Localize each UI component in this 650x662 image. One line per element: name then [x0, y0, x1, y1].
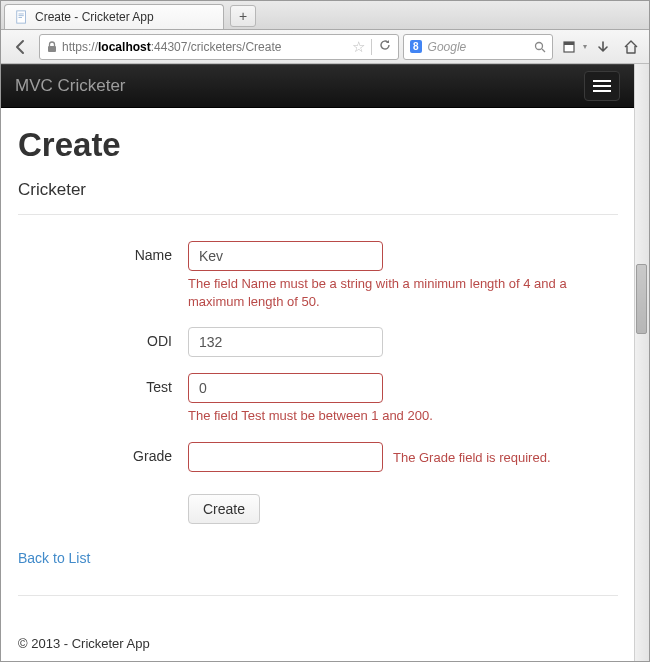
- form-row-test: Test The field Test must be between 1 an…: [18, 373, 618, 425]
- url-text: https://localhost:44307/cricketers/Creat…: [62, 40, 348, 54]
- svg-rect-3: [19, 17, 23, 18]
- chevron-down-icon[interactable]: ▾: [583, 42, 587, 51]
- download-arrow-button[interactable]: [591, 35, 615, 59]
- back-button[interactable]: [7, 34, 35, 60]
- plus-icon: +: [239, 8, 247, 24]
- grade-field[interactable]: [188, 442, 383, 472]
- back-to-list-link[interactable]: Back to List: [18, 550, 90, 566]
- page-favicon: [15, 10, 29, 24]
- reload-button[interactable]: [378, 38, 392, 55]
- form-row-name: Name The field Name must be a string wit…: [18, 241, 618, 311]
- label-grade: Grade: [18, 442, 188, 472]
- footer-text: © 2013 - Cricketer App: [18, 622, 618, 651]
- page-subtitle: Cricketer: [18, 180, 618, 200]
- label-test: Test: [18, 373, 188, 425]
- reload-icon: [378, 38, 392, 52]
- url-bar[interactable]: https://localhost:44307/cricketers/Creat…: [39, 34, 399, 60]
- search-engine-icon: 8: [410, 40, 422, 53]
- page-title: Create: [18, 126, 618, 164]
- page-body: Create Cricketer Name The field Name mus…: [1, 108, 634, 662]
- svg-line-6: [542, 49, 545, 52]
- box-icon: [562, 40, 576, 54]
- label-odi: ODI: [18, 327, 188, 357]
- validation-name: The field Name must be a string with a m…: [188, 275, 588, 311]
- bookmark-star-icon[interactable]: ☆: [352, 38, 365, 56]
- divider: [371, 39, 372, 55]
- svg-rect-8: [564, 42, 574, 45]
- search-bar[interactable]: 8 Google: [403, 34, 553, 60]
- home-button[interactable]: [619, 35, 643, 59]
- browser-tab-active[interactable]: Create - Cricketer App: [4, 4, 224, 29]
- odi-field[interactable]: [188, 327, 383, 357]
- label-name: Name: [18, 241, 188, 311]
- browser-tab-strip: Create - Cricketer App +: [1, 1, 649, 30]
- scrollbar-thumb[interactable]: [636, 264, 647, 334]
- arrow-down-icon: [596, 40, 610, 54]
- svg-rect-1: [19, 14, 24, 15]
- search-placeholder: Google: [428, 40, 467, 54]
- svg-rect-4: [48, 46, 56, 52]
- test-field[interactable]: [188, 373, 383, 403]
- magnifier-icon[interactable]: [534, 41, 546, 53]
- form-row-odi: ODI: [18, 327, 618, 357]
- arrow-left-icon: [12, 38, 30, 56]
- home-icon: [623, 39, 639, 55]
- divider: [18, 214, 618, 215]
- page-viewport: MVC Cricketer Create Cricketer Name The …: [1, 64, 649, 662]
- downloads-button[interactable]: [557, 35, 581, 59]
- svg-rect-2: [19, 15, 24, 16]
- hamburger-icon: [593, 80, 611, 82]
- name-field[interactable]: [188, 241, 383, 271]
- lock-icon: [46, 41, 58, 53]
- scrollbar-track[interactable]: [634, 64, 649, 662]
- validation-grade: The Grade field is required.: [393, 450, 551, 465]
- divider: [18, 595, 618, 596]
- menu-toggle-button[interactable]: [584, 71, 620, 101]
- new-tab-button[interactable]: +: [230, 5, 256, 27]
- create-button[interactable]: Create: [188, 494, 260, 524]
- app-brand[interactable]: MVC Cricketer: [15, 76, 126, 96]
- app-navbar: MVC Cricketer: [1, 64, 634, 108]
- form-row-grade: Grade The Grade field is required.: [18, 442, 618, 472]
- tab-title: Create - Cricketer App: [35, 10, 154, 24]
- validation-test: The field Test must be between 1 and 200…: [188, 407, 588, 425]
- browser-toolbar: https://localhost:44307/cricketers/Creat…: [1, 30, 649, 64]
- svg-point-5: [536, 42, 543, 49]
